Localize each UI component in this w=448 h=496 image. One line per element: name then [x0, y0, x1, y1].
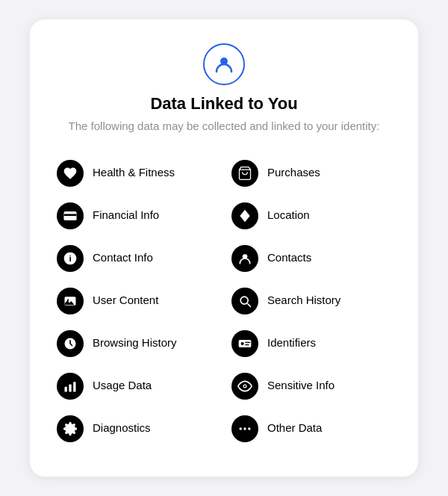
list-item: Browsing History: [57, 322, 217, 365]
item-label: Contact Info: [93, 244, 153, 265]
list-item: Contacts: [231, 237, 391, 279]
item-label: Other Data: [267, 415, 322, 435]
list-item: Sensitive Info: [231, 365, 391, 407]
list-item: Purchases: [231, 152, 391, 194]
item-label: Usage Data: [93, 372, 152, 393]
list-item: i Contact Info: [57, 237, 217, 279]
item-label: Browsing History: [93, 329, 177, 350]
item-label: Purchases: [267, 159, 320, 180]
svg-point-21: [243, 427, 246, 430]
svg-rect-3: [64, 214, 77, 217]
credit-card-icon: [57, 202, 84, 229]
avatar-icon: [203, 43, 245, 85]
list-item: Diagnostics: [57, 407, 217, 450]
card: Data Linked to You The following data ma…: [30, 19, 418, 477]
heart-icon: [57, 160, 84, 187]
svg-point-15: [241, 342, 244, 345]
svg-rect-14: [239, 340, 252, 347]
svg-point-19: [244, 385, 246, 388]
item-label: User Content: [93, 287, 158, 308]
svg-rect-11: [73, 382, 75, 391]
eye-icon: [231, 373, 258, 400]
item-label: Health & Fitness: [93, 159, 175, 180]
item-label: Identifiers: [267, 329, 316, 350]
svg-rect-10: [69, 385, 71, 392]
items-grid: Health & Fitness Financial Info i Contac…: [57, 152, 391, 450]
item-label: Diagnostics: [93, 415, 151, 435]
item-label: Contacts: [267, 244, 311, 265]
svg-rect-9: [65, 387, 67, 392]
list-item: Health & Fitness: [57, 152, 217, 194]
search-icon: [231, 288, 258, 314]
item-label: Search History: [267, 287, 340, 308]
page-title: Data Linked to You: [150, 94, 297, 114]
contacts-icon: [231, 245, 258, 272]
info-icon: i: [57, 245, 84, 272]
list-item: Location: [231, 194, 391, 237]
clock-icon: [57, 330, 84, 357]
header: Data Linked to You The following data ma…: [57, 43, 391, 134]
svg-point-20: [240, 427, 242, 430]
list-item: Other Data: [231, 407, 391, 450]
gear-icon: [57, 415, 84, 442]
list-item: Identifiers: [231, 322, 391, 365]
item-label: Financial Info: [93, 202, 159, 223]
list-item: Search History: [231, 279, 391, 322]
page-subtitle: The following data may be collected and …: [69, 118, 380, 134]
svg-text:i: i: [69, 253, 71, 263]
right-column: Purchases Location Contacts Search Histo…: [231, 152, 391, 450]
location-icon: [231, 202, 258, 229]
item-label: Sensitive Info: [267, 372, 335, 393]
item-label: Location: [267, 202, 310, 223]
list-item: User Content: [57, 279, 217, 322]
id-card-icon: [231, 330, 258, 357]
left-column: Health & Fitness Financial Info i Contac…: [57, 152, 217, 450]
bag-icon: [231, 160, 258, 187]
list-item: Usage Data: [57, 365, 217, 407]
svg-point-13: [240, 297, 248, 304]
image-icon: [57, 288, 84, 314]
svg-point-22: [248, 427, 250, 430]
list-item: Financial Info: [57, 194, 217, 237]
ellipsis-icon: [231, 415, 258, 442]
bar-chart-icon: [57, 373, 84, 400]
